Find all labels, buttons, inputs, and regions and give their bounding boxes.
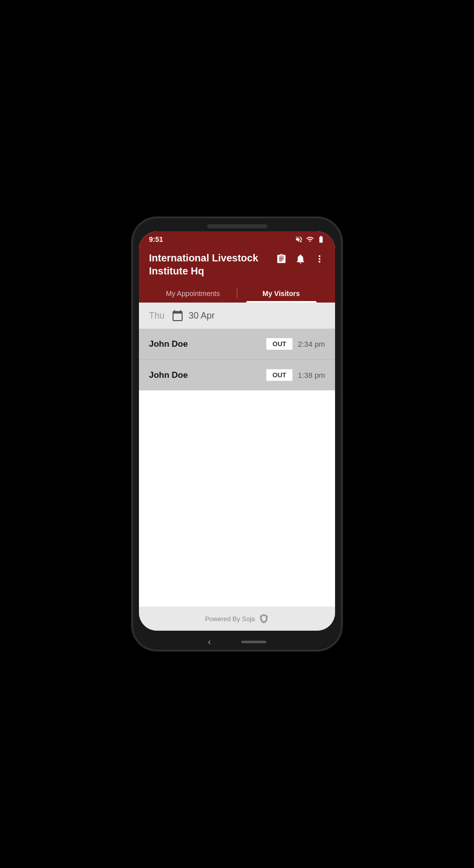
visitor-time-1: 2:34 pm bbox=[298, 340, 325, 348]
phone-nav: ‹ bbox=[139, 631, 335, 651]
calendar-icon[interactable] bbox=[172, 310, 184, 322]
status-time: 9:51 bbox=[149, 235, 163, 243]
bell-icon[interactable] bbox=[295, 253, 306, 264]
mute-icon bbox=[295, 235, 303, 243]
main-content bbox=[139, 390, 335, 607]
footer: Powered By Soja bbox=[139, 607, 335, 631]
visitor-right-1: OUT 2:34 pm bbox=[266, 338, 325, 350]
phone-shell: 9:51 International Livestock Institute H… bbox=[133, 218, 341, 650]
tab-appointments[interactable]: My Appointments bbox=[149, 284, 237, 303]
app-title: International Livestock Institute Hq bbox=[149, 251, 276, 277]
date-bar: Thu 30 Apr bbox=[139, 303, 335, 329]
tab-visitors[interactable]: My Visitors bbox=[237, 284, 325, 303]
soja-logo-icon bbox=[259, 614, 269, 624]
phone-screen: 9:51 International Livestock Institute H… bbox=[139, 231, 335, 631]
visitor-item-2[interactable]: John Doe OUT 1:38 pm bbox=[139, 359, 335, 390]
out-badge-2: OUT bbox=[266, 369, 292, 381]
status-icons bbox=[295, 235, 325, 243]
out-badge-1: OUT bbox=[266, 338, 292, 350]
header-top: International Livestock Institute Hq bbox=[149, 251, 325, 277]
back-button[interactable]: ‹ bbox=[208, 637, 211, 647]
more-icon[interactable] bbox=[314, 253, 325, 264]
clipboard-icon[interactable] bbox=[276, 253, 287, 264]
header-actions bbox=[276, 251, 325, 264]
visitor-item[interactable]: John Doe OUT 2:34 pm bbox=[139, 329, 335, 359]
status-bar: 9:51 bbox=[139, 231, 335, 246]
battery-icon bbox=[317, 235, 325, 243]
wifi-icon bbox=[306, 235, 314, 243]
visitor-time-2: 1:38 pm bbox=[298, 371, 325, 379]
date-text: 30 Apr bbox=[189, 311, 215, 321]
phone-notch bbox=[207, 224, 267, 228]
visitor-name-1: John Doe bbox=[149, 339, 188, 349]
visitor-list: John Doe OUT 2:34 pm John Doe OUT 1:38 p… bbox=[139, 329, 335, 390]
visitor-name-2: John Doe bbox=[149, 370, 188, 380]
visitor-right-2: OUT 1:38 pm bbox=[266, 369, 325, 381]
app-header: International Livestock Institute Hq My … bbox=[139, 246, 335, 303]
home-pill[interactable] bbox=[241, 641, 266, 643]
date-day: Thu bbox=[149, 311, 165, 321]
tabs: My Appointments My Visitors bbox=[149, 284, 325, 303]
footer-text: Powered By Soja bbox=[205, 615, 255, 623]
